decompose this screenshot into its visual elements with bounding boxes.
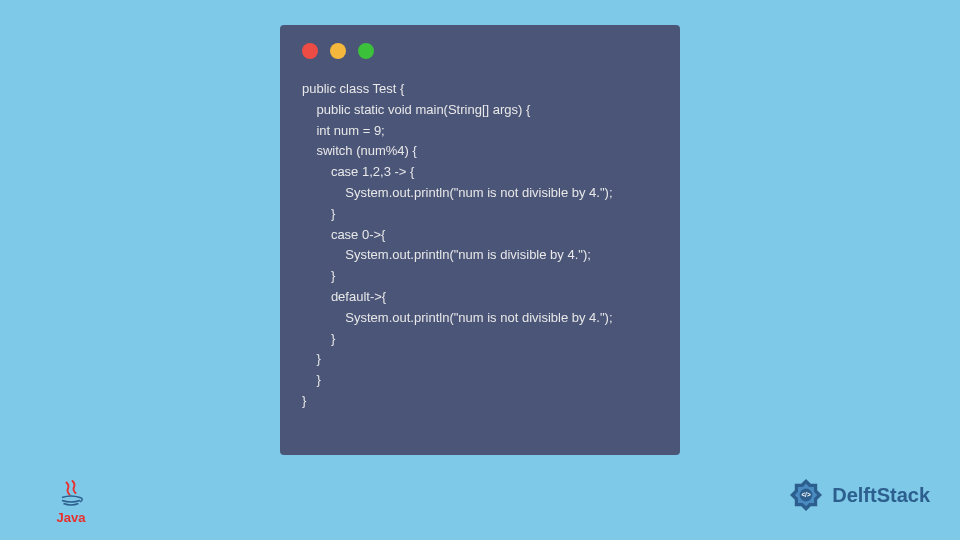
close-icon — [302, 43, 318, 59]
code-window: public class Test { public static void m… — [280, 25, 680, 455]
delftstack-logo: </> DelftStack — [786, 475, 930, 515]
window-controls — [302, 43, 658, 59]
delftstack-logo-text: DelftStack — [832, 484, 930, 507]
svg-text:</>: </> — [802, 491, 812, 498]
java-cup-icon — [55, 478, 87, 508]
maximize-icon — [358, 43, 374, 59]
code-content: public class Test { public static void m… — [302, 79, 658, 412]
minimize-icon — [330, 43, 346, 59]
delftstack-icon: </> — [786, 475, 826, 515]
java-logo-text: Java — [57, 510, 86, 525]
java-logo: Java — [55, 478, 87, 525]
